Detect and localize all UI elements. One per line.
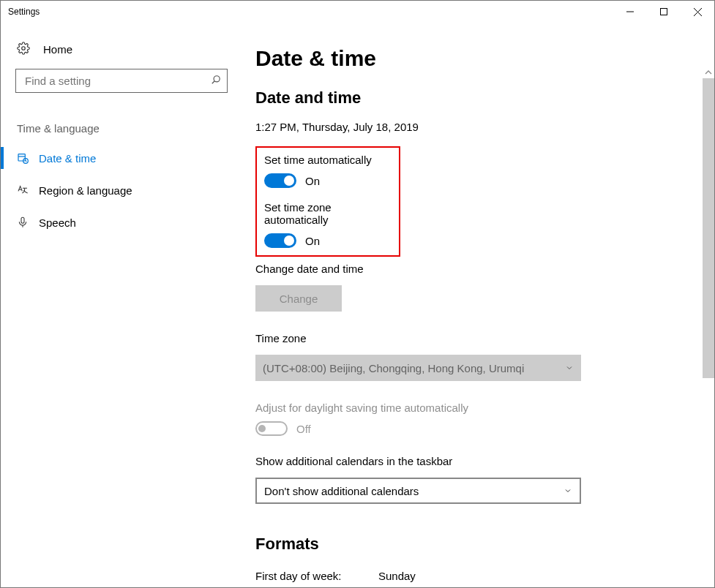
first-day-label: First day of week: xyxy=(255,570,378,582)
additional-calendars-value: Don't show additional calendars xyxy=(264,485,419,497)
svg-rect-1 xyxy=(661,9,667,15)
sidebar-item-region-language[interactable]: Region & language xyxy=(1,174,235,206)
set-time-auto-state: On xyxy=(305,175,320,187)
sidebar-item-label: Date & time xyxy=(39,152,96,165)
sidebar-item-label: Region & language xyxy=(39,184,132,197)
timezone-label: Time zone xyxy=(255,332,714,344)
dst-label: Adjust for daylight saving time automati… xyxy=(255,402,714,414)
minimize-button[interactable] xyxy=(613,1,647,23)
chevron-down-icon xyxy=(565,362,574,374)
scroll-thumb[interactable] xyxy=(703,78,714,378)
set-time-auto-label: Set time automatically xyxy=(264,154,389,166)
svg-rect-12 xyxy=(21,217,24,223)
scrollbar[interactable] xyxy=(703,67,714,587)
scroll-up-icon[interactable] xyxy=(703,67,714,78)
highlight-box: Set time automatically On Set time zone … xyxy=(255,146,400,257)
dst-state: Off xyxy=(296,423,311,435)
svg-line-11 xyxy=(26,161,26,162)
maximize-button[interactable] xyxy=(647,1,681,23)
dst-toggle xyxy=(255,421,288,436)
set-tz-auto-toggle[interactable] xyxy=(264,233,296,248)
chevron-down-icon xyxy=(564,485,572,497)
calendar-clock-icon xyxy=(17,152,39,164)
svg-point-5 xyxy=(214,76,220,82)
timezone-value: (UTC+08:00) Beijing, Chongqing, Hong Kon… xyxy=(263,362,524,374)
svg-point-4 xyxy=(22,47,26,50)
language-icon xyxy=(17,184,39,196)
sidebar-category: Time & language xyxy=(1,93,235,142)
first-day-value: Sunday xyxy=(378,570,416,582)
window-title: Settings xyxy=(8,7,613,17)
set-tz-auto-state: On xyxy=(305,235,320,247)
additional-calendars-select[interactable]: Don't show additional calendars xyxy=(255,478,581,504)
close-button[interactable] xyxy=(681,1,714,23)
svg-rect-7 xyxy=(18,154,25,161)
main-content: Date & time Date and time 1:27 PM, Thurs… xyxy=(235,23,714,587)
svg-line-6 xyxy=(212,81,215,84)
section-date-and-time: Date and time xyxy=(255,88,714,108)
change-date-time-label: Change date and time xyxy=(255,263,714,275)
search-icon xyxy=(211,75,221,87)
sidebar-item-speech[interactable]: Speech xyxy=(1,206,235,238)
sidebar-item-label: Speech xyxy=(39,216,76,229)
search-field[interactable] xyxy=(23,74,211,88)
home-link[interactable]: Home xyxy=(1,42,235,69)
set-time-auto-toggle[interactable] xyxy=(264,173,296,188)
mic-icon xyxy=(17,216,39,228)
sidebar-item-date-time[interactable]: Date & time xyxy=(1,142,235,174)
current-datetime: 1:27 PM, Thursday, July 18, 2019 xyxy=(255,121,714,133)
section-formats: Formats xyxy=(255,535,714,554)
page-title: Date & time xyxy=(255,46,714,71)
change-button[interactable]: Change xyxy=(255,285,342,312)
sidebar: Home Time & language Date & time Reg xyxy=(1,23,235,587)
short-date-label: Short date: xyxy=(255,585,378,587)
home-label: Home xyxy=(43,43,72,56)
additional-calendars-label: Show additional calendars in the taskbar xyxy=(255,455,714,467)
search-input[interactable] xyxy=(15,69,228,93)
gear-icon xyxy=(17,42,30,57)
set-tz-auto-label: Set time zone automatically xyxy=(264,201,389,226)
timezone-select[interactable]: (UTC+08:00) Beijing, Chongqing, Hong Kon… xyxy=(255,355,581,381)
short-date-value: 7/18/2019 xyxy=(378,585,427,587)
